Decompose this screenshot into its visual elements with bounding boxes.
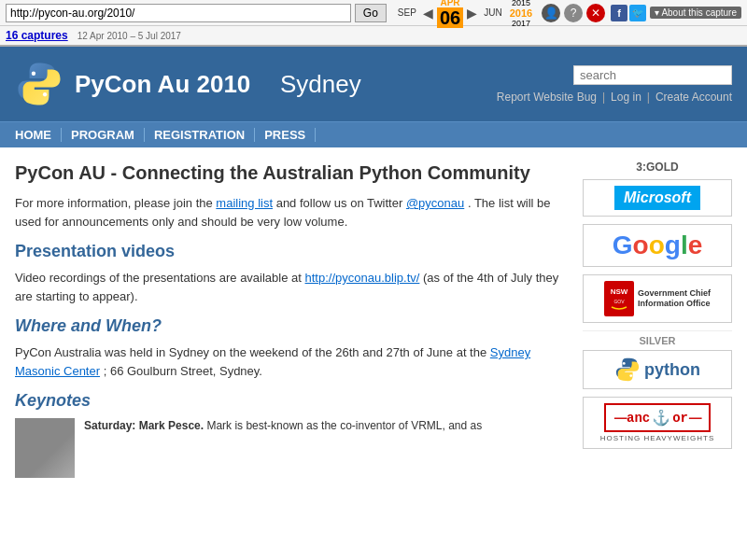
next-month: JUN [484, 7, 501, 18]
wayback-nav: SEP ◀ APR 06 ▶ JUN [398, 0, 502, 28]
nav-home[interactable]: HOME [15, 128, 62, 142]
twitter-link[interactable]: @pyconau [406, 196, 464, 210]
prev-arrow[interactable]: ◀ [423, 6, 433, 21]
report-bug-link[interactable]: Report Website Bug [497, 91, 597, 104]
help-icon[interactable]: ? [564, 4, 583, 22]
prev-month: SEP [398, 7, 416, 18]
sidebar: 3:GOLD Microsoft Google NSW GOV [583, 161, 732, 478]
videos-paragraph: Video recordings of the presentations ar… [15, 269, 568, 305]
current-year: 2016 [510, 7, 532, 19]
intro-paragraph: For more information, please join the ma… [15, 194, 568, 231]
svg-point-6 [629, 374, 632, 377]
svg-point-0 [32, 72, 35, 76]
gold-sponsor-label: 3:GOLD [583, 161, 732, 174]
current-day: 06 [437, 7, 463, 28]
videos-text1: Video recordings of the presentations ar… [15, 271, 302, 285]
keynote-image [15, 418, 75, 478]
wayback-user-icons: 👤 ? ✕ [542, 4, 605, 22]
content-wrapper: PyCon AU - Connecting the Australian Pyt… [0, 147, 747, 491]
wayback-toolbar: Go SEP ◀ APR 06 ▶ JUN 2015 2016 2017 👤 ?… [0, 0, 747, 26]
anchor-sub-text: HOSTING HEAVYWEIGHTS [600, 434, 715, 442]
microsoft-sponsor[interactable]: Microsoft [583, 179, 732, 217]
go-button[interactable]: Go [355, 4, 387, 22]
facebook-icon[interactable]: f [611, 5, 627, 21]
google-sponsor[interactable]: Google [583, 224, 732, 267]
social-icons: f 🐦 [611, 5, 646, 21]
nsw-text: Government ChiefInformation Office [638, 288, 711, 309]
user-icon[interactable]: 👤 [542, 4, 560, 22]
anchor-logo: ⸻anc ⚓ or⸻ [604, 403, 711, 432]
nav-bar: HOME PROGRAM REGISTRATION PRESS [0, 121, 747, 147]
about-capture-button[interactable]: ▾ About this capture [650, 7, 741, 19]
when-text1: PyCon Australia was held in Sydney on th… [15, 345, 486, 359]
when-heading: Where and When? [15, 316, 568, 336]
nav-press[interactable]: PRESS [255, 128, 316, 142]
python-text: python [644, 360, 700, 380]
captures-link[interactable]: 16 captures [6, 29, 68, 42]
python-logo-sponsor: python [614, 357, 700, 383]
site-logo: PyCon Au 2010 Sydney [15, 60, 361, 108]
nsw-logo: NSW GOV Government ChiefInformation Offi… [604, 281, 711, 316]
when-text2: ; 66 Goulburn Street, Sydney. [104, 364, 262, 378]
site-subtitle: Sydney [280, 70, 361, 98]
keynote-name: Saturday: Mark Pesce. [84, 419, 204, 432]
keynote-description: Mark is best-known as the co-inventor of… [206, 419, 482, 432]
python-sponsor[interactable]: python [583, 350, 732, 389]
when-paragraph: PyCon Australia was held in Sydney on th… [15, 343, 568, 380]
twitter-icon[interactable]: 🐦 [629, 5, 646, 21]
site-header: PyCon Au 2010 Sydney Report Website Bug … [0, 47, 747, 121]
videos-link[interactable]: http://pyconau.blip.tv/ [305, 271, 420, 285]
year-nav: 2015 2016 2017 [510, 0, 532, 28]
anchor-sponsor[interactable]: ⸻anc ⚓ or⸻ HOSTING HEAVYWEIGHTS [583, 397, 732, 449]
url-input[interactable] [6, 4, 351, 22]
python-snake-icon [614, 357, 641, 383]
videos-heading: Presentation videos [15, 242, 568, 261]
keynote-row: Saturday: Mark Pesce. Mark is best-known… [15, 418, 568, 478]
wayback-captures-bar: 16 captures 12 Apr 2010 – 5 Jul 2017 [0, 26, 747, 47]
nav-registration[interactable]: REGISTRATION [145, 128, 255, 142]
main-content: PyCon AU - Connecting the Australian Pyt… [15, 161, 568, 478]
svg-text:GOV: GOV [613, 299, 625, 304]
prev-year: 2015 [510, 0, 532, 7]
next-arrow[interactable]: ▶ [467, 6, 477, 21]
keynote-text: Saturday: Mark Pesce. Mark is best-known… [84, 418, 482, 478]
header-links: Report Website Bug | Log in | Create Acc… [497, 91, 732, 104]
close-icon[interactable]: ✕ [586, 4, 605, 22]
page-title: PyCon AU - Connecting the Australian Pyt… [15, 161, 568, 185]
svg-text:NSW: NSW [611, 287, 628, 296]
nsw-sponsor[interactable]: NSW GOV Government ChiefInformation Offi… [583, 274, 732, 323]
svg-point-1 [43, 92, 47, 96]
current-month: APR [437, 0, 463, 7]
svg-point-5 [623, 362, 626, 365]
keynotes-heading: Keynotes [15, 391, 568, 411]
nav-program[interactable]: PROGRAM [62, 128, 145, 142]
login-link[interactable]: Log in [611, 91, 641, 104]
header-right: Report Website Bug | Log in | Create Acc… [497, 65, 732, 104]
date-range: 12 Apr 2010 – 5 Jul 2017 [78, 31, 181, 41]
search-input[interactable] [573, 65, 732, 85]
nsw-emblem-icon: NSW GOV [604, 281, 634, 316]
google-logo: Google [613, 231, 702, 260]
intro-text2: and follow us on Twitter [276, 196, 403, 210]
site-title-group: PyCon Au 2010 Sydney [75, 70, 361, 99]
python-logo-icon [15, 60, 63, 108]
mailing-list-link[interactable]: mailing list [216, 196, 273, 210]
create-account-link[interactable]: Create Account [655, 91, 732, 104]
microsoft-logo: Microsoft [614, 186, 700, 210]
next-year: 2017 [510, 19, 532, 28]
intro-text1: For more information, please join the [15, 196, 213, 210]
silver-sponsor-label: SILVER [583, 330, 732, 346]
site-title: PyCon Au 2010 [75, 70, 250, 98]
